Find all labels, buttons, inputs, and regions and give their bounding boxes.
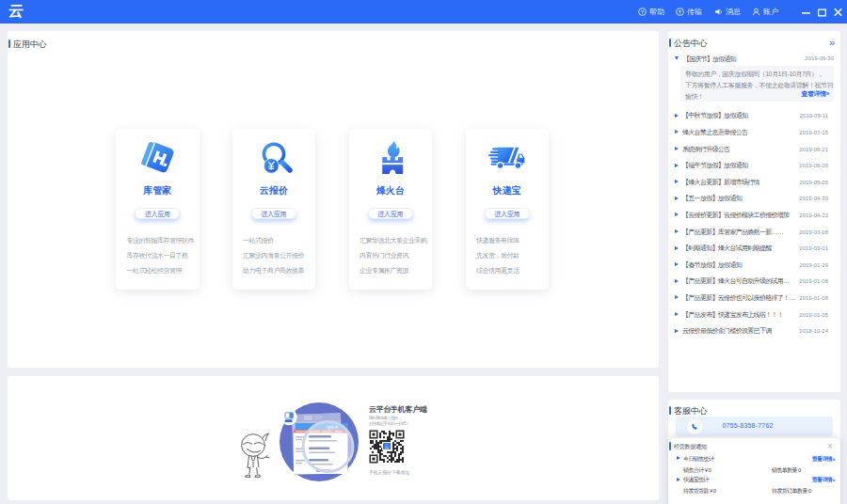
svg-text:?: ?	[641, 8, 645, 14]
svg-text:云: 云	[384, 444, 390, 449]
